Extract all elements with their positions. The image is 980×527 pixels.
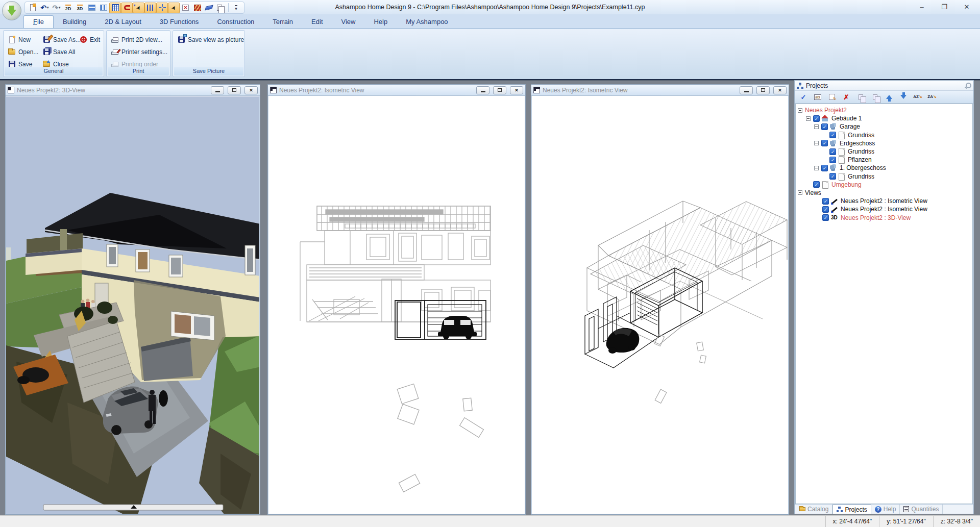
open-button[interactable]: Open... bbox=[8, 47, 38, 57]
maximize-button[interactable]: ❐ bbox=[933, 0, 955, 14]
split-vertical-icon[interactable] bbox=[97, 3, 109, 13]
child3-close-button[interactable]: ✕ bbox=[773, 86, 787, 94]
child2-close-button[interactable]: ✕ bbox=[510, 86, 523, 94]
child1-minimize-button[interactable] bbox=[211, 86, 224, 94]
close-view-icon[interactable]: ✕ bbox=[180, 3, 191, 13]
child-window-isometric-1[interactable]: Neues Projekt2: Isometric View ✕ bbox=[267, 84, 526, 515]
isometric-window-icon bbox=[270, 87, 277, 93]
tree-item-garage[interactable]: ✓Garage bbox=[797, 122, 972, 131]
toolbar-separator bbox=[228, 3, 229, 12]
child3-minimize-button[interactable] bbox=[740, 86, 753, 94]
child2-restore-button[interactable] bbox=[493, 86, 506, 94]
axis-crosshair-icon[interactable] bbox=[156, 3, 168, 13]
child1-restore-button[interactable] bbox=[228, 86, 241, 94]
app-logo-icon[interactable] bbox=[2, 1, 21, 20]
pin-icon[interactable] bbox=[966, 83, 971, 88]
tree-item-view-3d[interactable]: ✓3DNeues Projekt2 : 3D-View bbox=[797, 213, 972, 221]
isometric-canvas-2[interactable] bbox=[532, 96, 788, 514]
parallel-guides-icon[interactable] bbox=[144, 3, 156, 13]
confirm-icon[interactable]: ✓ bbox=[797, 92, 810, 103]
select-arrow-icon[interactable]: ➤ bbox=[168, 3, 180, 13]
2d-view-icon[interactable]: 2D bbox=[62, 3, 74, 13]
save-all-button[interactable]: Save All bbox=[42, 47, 75, 57]
child3-restore-button[interactable] bbox=[756, 86, 770, 94]
exit-button[interactable]: Exit bbox=[79, 35, 100, 44]
new-document-icon[interactable] bbox=[27, 3, 39, 13]
tree-item-obergeschoss[interactable]: ✓1. Obergeschoss bbox=[797, 164, 972, 172]
tree-item-building[interactable]: ✓Gebäude 1 bbox=[797, 114, 972, 122]
move-down-icon[interactable] bbox=[897, 92, 910, 103]
tree-item-erdgeschoss[interactable]: ✓Erdgeschoss bbox=[797, 139, 972, 147]
split-horizontal-icon[interactable] bbox=[86, 3, 97, 13]
shrub bbox=[108, 316, 118, 324]
child2-minimize-button[interactable] bbox=[476, 86, 489, 94]
child1-title-bar[interactable]: Neues Projekt2: 3D-View ✕ bbox=[6, 85, 260, 96]
elevation-drawing bbox=[268, 96, 525, 514]
projects-panel: Projects ✓ abl ✗ AZ↘ ZA↘ Neues Projekt2 … bbox=[794, 80, 974, 514]
tree-item-view-iso-1[interactable]: ✓Neues Projekt2 : Isometric View bbox=[797, 197, 972, 205]
tree-item-views[interactable]: Views bbox=[797, 189, 972, 197]
child2-title: Neues Projekt2: Isometric View bbox=[279, 87, 473, 94]
copy-icon[interactable] bbox=[854, 92, 867, 103]
tree-item-eg-grundriss[interactable]: ✓Grundriss bbox=[797, 147, 972, 156]
paste-icon[interactable] bbox=[868, 92, 881, 103]
tree-item-garage-grundriss[interactable]: ✓Grundriss bbox=[797, 131, 972, 139]
isometric-canvas-1[interactable] bbox=[268, 96, 525, 514]
magnet-snap-icon[interactable] bbox=[121, 3, 133, 13]
tab-2d-layout[interactable]: 2D & Layout bbox=[95, 16, 151, 28]
delete-icon[interactable]: ✗ bbox=[840, 92, 853, 103]
tab-help[interactable]: Help bbox=[364, 16, 397, 28]
tab-building[interactable]: Building bbox=[54, 16, 95, 28]
tree-item-pflanzen[interactable]: ✓Pflanzen bbox=[797, 156, 972, 164]
grid-toggle-icon[interactable] bbox=[109, 3, 121, 13]
print-2d-view-button[interactable]: Print 2D view... bbox=[111, 35, 162, 44]
redo-icon[interactable]: ↷▾ bbox=[51, 3, 62, 13]
3d-view-canvas[interactable] bbox=[6, 96, 259, 514]
save-as-button[interactable]: Save As... bbox=[42, 35, 81, 44]
new-button[interactable]: New bbox=[8, 35, 31, 44]
tab-projects[interactable]: Projects bbox=[832, 505, 871, 514]
tab-help[interactable]: ?Help bbox=[871, 505, 900, 514]
child1-close-button[interactable]: ✕ bbox=[244, 86, 258, 94]
eraser-wedge-icon[interactable] bbox=[203, 3, 215, 13]
rename-icon[interactable]: abl bbox=[811, 92, 824, 103]
shrub bbox=[97, 302, 112, 314]
tab-catalog[interactable]: Catalog bbox=[796, 505, 832, 514]
child2-title-bar[interactable]: Neues Projekt2: Isometric View ✕ bbox=[268, 85, 525, 96]
tab-edit[interactable]: Edit bbox=[302, 16, 332, 28]
child-window-3d-view[interactable]: Neues Projekt2: 3D-View ✕ bbox=[5, 84, 260, 515]
sort-az-icon[interactable]: AZ↘ bbox=[911, 92, 924, 103]
site-objects bbox=[654, 334, 706, 403]
move-up-icon[interactable] bbox=[883, 92, 896, 103]
tab-construction[interactable]: Construction bbox=[208, 16, 263, 28]
sort-za-icon[interactable]: ZA↘ bbox=[925, 92, 939, 103]
plan-icon bbox=[838, 132, 846, 139]
ribbon-group-print: Print 2D view... Printer settings... Pri… bbox=[106, 30, 170, 77]
minimize-button[interactable]: – bbox=[911, 0, 933, 14]
tab-quantities[interactable]: Quantities bbox=[900, 505, 943, 514]
tree-item-view-iso-2[interactable]: ✓Neues Projekt2 : Isometric View bbox=[797, 205, 972, 213]
tab-file[interactable]: File bbox=[23, 15, 54, 28]
more-commands-icon[interactable]: ▾ bbox=[230, 3, 242, 13]
texture-icon[interactable] bbox=[191, 3, 203, 13]
properties-icon[interactable] bbox=[825, 92, 839, 103]
close-button[interactable]: ✕ bbox=[955, 0, 978, 14]
tree-item-og-grundriss[interactable]: ✓Grundriss bbox=[797, 172, 972, 181]
tab-3d-functions[interactable]: 3D Functions bbox=[151, 16, 208, 28]
person-by-car bbox=[149, 390, 156, 424]
child-window-isometric-2[interactable]: Neues Projekt2: Isometric View ✕ bbox=[531, 84, 789, 515]
undo-icon[interactable]: ↶▾ bbox=[39, 3, 51, 13]
duplicate-icon[interactable]: ▾ bbox=[215, 3, 227, 13]
select-rays-icon[interactable]: ➤ bbox=[133, 3, 144, 13]
tab-my-ashampoo[interactable]: My Ashampoo bbox=[397, 16, 457, 28]
child3-title-bar[interactable]: Neues Projekt2: Isometric View ✕ bbox=[531, 85, 789, 96]
quick-access-toolbar: ↶▾ ↷▾ 2D 3D ➤ ➤ ✕ ▾ ▾ bbox=[24, 2, 244, 14]
tree-item-umgebung[interactable]: ✓Umgebung bbox=[797, 181, 972, 189]
save-view-as-picture-button[interactable]: Save view as picture bbox=[177, 35, 244, 44]
tree-item-project[interactable]: Neues Projekt2 bbox=[797, 106, 972, 114]
tab-view[interactable]: View bbox=[332, 16, 365, 28]
quantities-list-icon bbox=[903, 506, 909, 512]
printer-settings-button[interactable]: Printer settings... bbox=[111, 47, 167, 57]
3d-view-icon[interactable]: 3D bbox=[74, 3, 86, 13]
tab-terrain[interactable]: Terrain bbox=[263, 16, 302, 28]
